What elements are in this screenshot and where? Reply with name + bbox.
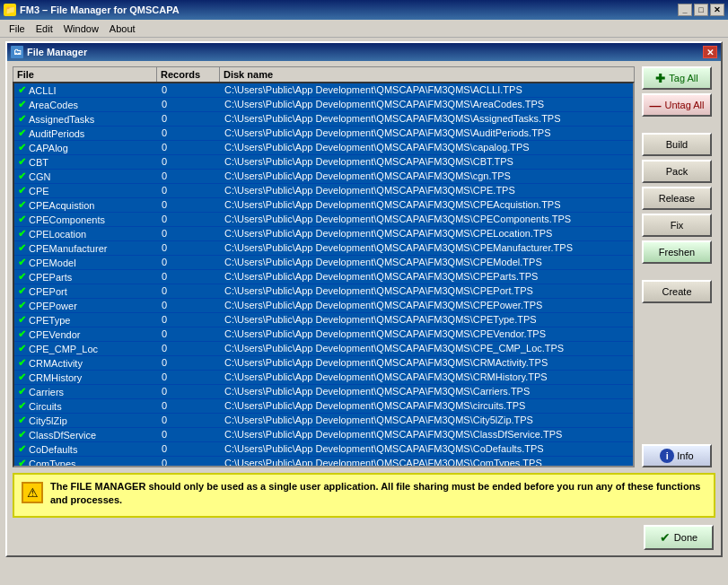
table-row[interactable]: ✔ CGN 0 C:\Users\Public\App Development\… <box>14 170 633 184</box>
check-icon: ✔ <box>18 357 26 369</box>
check-icon: ✔ <box>18 199 26 211</box>
app-title: FM3 – File Manager for QMSCAPA <box>20 4 678 15</box>
check-icon: ✔ <box>18 257 26 268</box>
table-row[interactable]: ✔ CPEComponents 0 C:\Users\Public\App De… <box>14 213 633 227</box>
done-area: ✔ Done <box>7 521 721 555</box>
tag-all-button[interactable]: ✚ Tag All <box>642 66 712 90</box>
check-icon: ✔ <box>18 300 26 311</box>
check-icon: ✔ <box>18 285 26 297</box>
check-icon: ✔ <box>18 214 26 225</box>
table-row[interactable]: ✔ CPE 0 C:\Users\Public\App Development\… <box>14 184 633 198</box>
table-row[interactable]: ✔ CPEVendor 0 C:\Users\Public\App Develo… <box>14 327 633 342</box>
build-button[interactable]: Build <box>642 133 712 156</box>
table-header: File Records Disk name <box>13 66 635 82</box>
button-panel: ✚ Tag All — Untag All Build Pack Release… <box>640 66 715 467</box>
check-icon: ✔ <box>18 443 26 455</box>
table-row[interactable]: ✔ ClassDfService 0 C:\Users\Public\App D… <box>14 428 633 442</box>
menu-file[interactable]: File <box>4 22 31 36</box>
table-row[interactable]: ✔ AreaCodes 0 C:\Users\Public\App Develo… <box>14 98 633 112</box>
minus-icon: — <box>649 99 661 112</box>
table-row[interactable]: ✔ CPEType 0 C:\Users\Public\App Developm… <box>14 313 633 327</box>
table-row[interactable]: ✔ CPEPort 0 C:\Users\Public\App Developm… <box>14 284 633 299</box>
untag-all-button[interactable]: — Untag All <box>642 93 712 117</box>
maximize-button[interactable]: □ <box>694 4 708 16</box>
check-icon: ✔ <box>18 170 26 182</box>
table-row[interactable]: ✔ ACLLI 0 C:\Users\Public\App Developmen… <box>14 83 633 98</box>
file-list-area: File Records Disk name ✔ ACLLI 0 C:\User… <box>13 66 635 467</box>
menu-about[interactable]: About <box>104 22 141 36</box>
dialog-close-button[interactable]: ✕ <box>703 46 717 58</box>
warning-text: The FILE MANAGER should only be used as … <box>50 480 706 508</box>
check-icon: ✔ <box>18 185 26 196</box>
check-icon: ✔ <box>18 400 26 412</box>
check-icon: ✔ <box>18 228 26 240</box>
close-button[interactable]: ✕ <box>710 4 724 16</box>
table-row[interactable]: ✔ CRMHistory 0 C:\Users\Public\App Devel… <box>14 371 633 385</box>
table-row[interactable]: ✔ ComTypes 0 C:\Users\Public\App Develop… <box>14 457 633 467</box>
menu-edit[interactable]: Edit <box>31 22 58 36</box>
table-row[interactable]: ✔ City5lZip 0 C:\Users\Public\App Develo… <box>14 414 633 428</box>
check-icon: ✔ <box>18 328 26 340</box>
menu-bar: File Edit Window About <box>0 20 728 38</box>
create-button[interactable]: Create <box>642 280 712 303</box>
dialog-title-text: File Manager <box>27 47 87 57</box>
table-row[interactable]: ✔ CBT 0 C:\Users\Public\App Development\… <box>14 155 633 170</box>
info-icon: i <box>660 449 674 463</box>
checkmark-icon: ✔ <box>660 530 671 545</box>
col-file: File <box>13 67 157 82</box>
check-icon: ✔ <box>18 156 26 168</box>
table-row[interactable]: ✔ AssignedTasks 0 C:\Users\Public\App De… <box>14 112 633 127</box>
check-icon: ✔ <box>18 142 26 153</box>
check-icon: ✔ <box>18 343 26 354</box>
check-icon: ✔ <box>18 271 26 283</box>
app-icon: 📁 <box>4 4 16 16</box>
table-row[interactable]: ✔ Carriers 0 C:\Users\Public\App Develop… <box>14 385 633 399</box>
table-row[interactable]: ✔ Circuits 0 C:\Users\Public\App Develop… <box>14 399 633 414</box>
dialog-title-bar: 🗂 File Manager ✕ <box>7 43 721 61</box>
fix-button[interactable]: Fix <box>642 214 712 237</box>
table-row[interactable]: ✔ CoDefaults 0 C:\Users\Public\App Devel… <box>14 442 633 457</box>
pack-button[interactable]: Pack <box>642 160 712 183</box>
dialog-icon: 🗂 <box>11 46 23 58</box>
check-icon: ✔ <box>18 84 26 96</box>
table-row[interactable]: ✔ CPEPower 0 C:\Users\Public\App Develop… <box>14 299 633 313</box>
minimize-button[interactable]: _ <box>678 4 692 16</box>
check-icon: ✔ <box>18 99 26 110</box>
check-icon: ✔ <box>18 386 26 397</box>
check-icon: ✔ <box>18 458 26 467</box>
file-list-scroll[interactable]: ✔ ACLLI 0 C:\Users\Public\App Developmen… <box>13 82 635 467</box>
table-row[interactable]: ✔ CPEAcquistion 0 C:\Users\Public\App De… <box>14 198 633 213</box>
table-row[interactable]: ✔ CAPAlog 0 C:\Users\Public\App Developm… <box>14 141 633 155</box>
check-icon: ✔ <box>18 429 26 441</box>
col-records: Records <box>157 67 220 82</box>
warning-icon: ⚠ <box>22 482 43 503</box>
check-icon: ✔ <box>18 242 26 254</box>
table-row[interactable]: ✔ CPEParts 0 C:\Users\Public\App Develop… <box>14 270 633 284</box>
table-row[interactable]: ✔ CPELocation 0 C:\Users\Public\App Deve… <box>14 227 633 241</box>
dialog-content: File Records Disk name ✔ ACLLI 0 C:\User… <box>7 61 721 473</box>
check-icon: ✔ <box>18 415 26 426</box>
menu-window[interactable]: Window <box>58 22 104 36</box>
info-button[interactable]: i Info <box>642 444 712 467</box>
check-icon: ✔ <box>18 127 26 139</box>
check-icon: ✔ <box>18 113 26 125</box>
title-bar-buttons: _ □ ✕ <box>678 4 724 16</box>
title-bar: 📁 FM3 – File Manager for QMSCAPA _ □ ✕ <box>0 0 728 20</box>
table-row[interactable]: ✔ AuditPeriods 0 C:\Users\Public\App Dev… <box>14 127 633 141</box>
done-button[interactable]: ✔ Done <box>644 525 714 550</box>
check-icon: ✔ <box>18 371 26 383</box>
table-row[interactable]: ✔ CPEManufacturer 0 C:\Users\Public\App … <box>14 241 633 256</box>
plus-icon: ✚ <box>655 72 665 85</box>
freshen-button[interactable]: Freshen <box>642 240 712 264</box>
table-row[interactable]: ✔ CRMActivity 0 C:\Users\Public\App Deve… <box>14 356 633 371</box>
release-button[interactable]: Release <box>642 187 712 210</box>
col-diskname: Disk name <box>220 67 634 82</box>
check-icon: ✔ <box>18 314 26 326</box>
table-row[interactable]: ✔ CPEModel 0 C:\Users\Public\App Develop… <box>14 256 633 270</box>
file-manager-dialog: 🗂 File Manager ✕ File Records Disk name … <box>5 41 723 557</box>
table-row[interactable]: ✔ CPE_CMP_Loc 0 C:\Users\Public\App Deve… <box>14 342 633 356</box>
warning-panel: ⚠ The FILE MANAGER should only be used a… <box>13 473 715 518</box>
